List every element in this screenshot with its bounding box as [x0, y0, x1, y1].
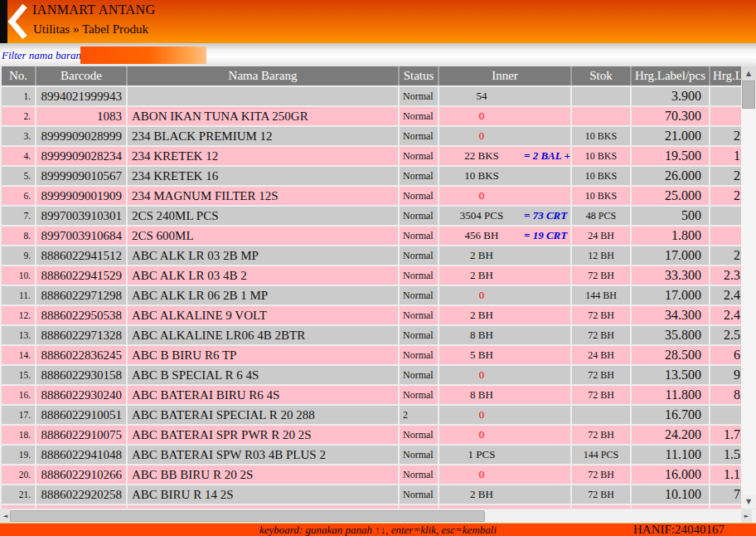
cell-hrg: 24.200 — [631, 425, 710, 445]
table-row[interactable]: 21.8886022920258ABC BIRU R 14 2SNormal2 … — [1, 485, 741, 504]
cell-nama: ABC BATERAI SPECIAL R 20 288 — [127, 405, 399, 425]
cell-hrg2: 1 — [710, 146, 741, 166]
cell-inner: 5 BH — [439, 345, 571, 365]
cell-hrg2 — [710, 106, 741, 126]
table-row[interactable]: 4.8999909028234234 KRETEK 12Normal22 BKS… — [1, 146, 741, 166]
back-button[interactable] — [5, 2, 33, 41]
column-header-inner[interactable]: Inner — [439, 66, 571, 86]
table-row[interactable]: 20.8886022910266ABC BB BIRU R 20 2SNorma… — [1, 465, 741, 485]
scroll-right-button[interactable]: ► — [741, 509, 752, 523]
filter-input[interactable] — [80, 46, 206, 64]
inner-qty: 1 PCS — [439, 448, 524, 461]
cell-hrg: 28.500 — [631, 345, 710, 365]
table-row[interactable]: 2.1083ABON IKAN TUNA KITA 250GRNormal070… — [1, 106, 741, 126]
cell-status: Normal — [399, 126, 439, 146]
filter-bar: Filter nama barang — [0, 43, 756, 66]
cell-no: 9. — [1, 246, 36, 266]
cell-no: 6. — [1, 186, 36, 206]
cell-inner: 0 — [439, 106, 571, 126]
vertical-scrollbar[interactable]: ▲ ▼ — [741, 66, 756, 509]
cell-status: Normal — [399, 186, 439, 206]
cell-barcode: 8886022941048 — [36, 445, 127, 465]
cell-barcode: 8886022836245 — [36, 345, 127, 365]
table-row[interactable]: 6.8999909001909234 MAGNUM FILTER 12SNorm… — [1, 186, 741, 206]
cell-stok — [571, 86, 631, 106]
cell-status: Normal — [399, 345, 439, 365]
cell-barcode: 8886022910266 — [36, 465, 127, 485]
cell-hrg2: 2.5 — [710, 325, 741, 345]
cell-stok: 72 BH — [571, 266, 631, 285]
column-header-no[interactable]: No. — [1, 66, 36, 86]
table-row[interactable]: 3.8999909028999234 BLACK PREMIUM 12Norma… — [1, 126, 741, 146]
inner-qty: 3504 PCS — [439, 209, 524, 222]
column-header-status[interactable]: Status — [399, 66, 439, 86]
scroll-up-button[interactable]: ▲ — [741, 66, 756, 80]
cell-barcode: 8886022910075 — [36, 425, 127, 445]
table-row[interactable]: 10.8886022941529ABC ALK LR 03 4B 2Normal… — [1, 266, 741, 285]
cell-nama: ABC ALK LR 03 4B 2 — [127, 266, 399, 285]
column-header-barcode[interactable]: Barcode — [36, 66, 127, 86]
table-row[interactable]: 14.8886022836245ABC B BIRU R6 TPNormal5 … — [1, 345, 741, 365]
table-row[interactable]: 15.8886022930158ABC B SPECIAL R 6 4SNorm… — [1, 365, 741, 385]
cell-barcode: 8997003910301 — [36, 206, 127, 226]
vertical-scroll-thumb[interactable] — [742, 80, 755, 109]
cell-stok: 72 BH — [571, 305, 631, 325]
table-row[interactable]: 13.8886022971328ABC ALKALINE LR06 4B 2BT… — [1, 325, 741, 345]
table-row[interactable]: 1.8994021999943Normal543.900 — [1, 86, 741, 106]
cell-inner: 0 — [439, 186, 571, 206]
inner-qty: 2 BH — [439, 249, 524, 262]
cell-hrg: 3.900 — [631, 86, 710, 106]
cell-no: 14. — [1, 345, 36, 365]
cell-barcode: 1083 — [36, 106, 127, 126]
table-row[interactable]: 19.8886022941048ABC BATERAI SPW R03 4B P… — [1, 445, 741, 465]
cell-nama: ABC BATERAI BIRU R6 4S — [127, 385, 399, 405]
cell-barcode: 8999909028999 — [36, 126, 127, 146]
column-header-hrg-label[interactable]: Hrg.Label/pcs — [631, 66, 710, 86]
horizontal-scrollbar[interactable]: ◄ ► — [0, 509, 756, 523]
cell-barcode: 8997003910684 — [36, 226, 127, 246]
cell-stok: 10 BKS — [571, 186, 631, 206]
page-title: IANMART ANTANG — [32, 2, 155, 17]
table-row[interactable]: 16.8886022930240ABC BATERAI BIRU R6 4SNo… — [1, 385, 741, 405]
scroll-down-button[interactable]: ▼ — [741, 495, 756, 509]
table-row[interactable]: 7.89970039103012CS 240ML PCSNormal3504 P… — [1, 206, 741, 226]
cell-hrg2: 6 — [710, 345, 741, 365]
column-header-stok[interactable]: Stok — [571, 66, 631, 86]
cell-hrg: 35.800 — [631, 325, 710, 345]
cell-stok: 72 BH — [571, 365, 631, 385]
cell-hrg: 70.300 — [631, 106, 710, 126]
inner-qty: 8 BH — [439, 329, 524, 342]
cell-hrg: 16.000 — [631, 465, 710, 485]
inner-qty: 456 BH — [439, 229, 524, 242]
column-header-hrg2[interactable]: Hrg.L — [710, 66, 741, 86]
table-row[interactable]: 9.8886022941512ABC ALK LR 03 2B MPNormal… — [1, 246, 741, 266]
cell-no: 4. — [1, 146, 36, 166]
horizontal-scroll-thumb[interactable] — [10, 510, 485, 522]
inner-qty: 0 — [439, 110, 524, 123]
column-header-nama-barang[interactable]: Nama Barang — [127, 66, 399, 86]
cell-nama: ABC BATERAI SPW R03 4B PLUS 2 — [127, 445, 399, 465]
table-row[interactable]: 8.89970039106842CS 600MLNormal456 BH= 19… — [1, 226, 741, 246]
table-row[interactable]: 5.8999909010567234 KRETEK 16Normal10 BKS… — [1, 166, 741, 186]
cell-inner: 8 BH — [439, 385, 571, 405]
cell-hrg2: 2.3 — [710, 266, 741, 285]
breadcrumb: Utilitas » Tabel Produk — [33, 22, 148, 37]
cell-stok: 144 PCS — [571, 445, 631, 465]
inner-conversion: = 73 CRT + 0 PCS — [524, 209, 571, 222]
cell-no: 19. — [1, 445, 36, 465]
table-row[interactable]: 11.8886022971298ABC ALK LR 06 2B 1 MPNor… — [1, 285, 741, 305]
table-row[interactable]: 18.8886022910075ABC BATERAI SPR PWR R 20… — [1, 425, 741, 445]
cell-hrg2: 1.7 — [710, 425, 741, 445]
inner-qty: 0 — [439, 468, 524, 481]
cell-barcode: 8886022920258 — [36, 485, 127, 504]
user-session-label: HANIF:24040167 — [633, 524, 724, 536]
cell-no: 8. — [1, 226, 36, 246]
cell-nama — [127, 86, 399, 106]
table-row[interactable]: 12.8886022950538ABC ALKALINE 9 VOLTNorma… — [1, 305, 741, 325]
cell-inner: 8 BH — [439, 325, 571, 345]
cell-inner: 2 BH — [439, 485, 571, 504]
inner-qty: 2 BH — [439, 269, 524, 282]
cell-hrg: 500 — [631, 206, 710, 226]
cell-no: 21. — [1, 485, 36, 504]
table-row[interactable]: 17.8886022910051ABC BATERAI SPECIAL R 20… — [1, 405, 741, 425]
